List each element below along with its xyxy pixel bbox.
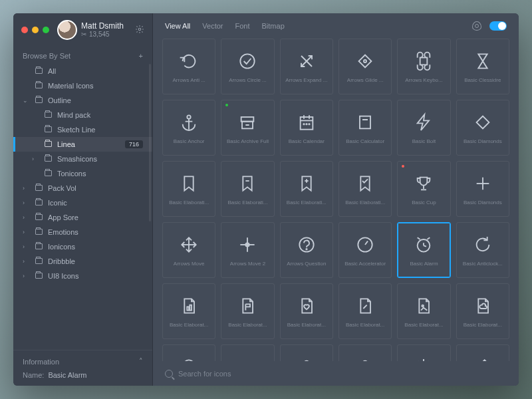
search-input[interactable]: Search for icons — [178, 370, 231, 378]
archive-icon — [237, 112, 258, 133]
icon-cell-check-circle[interactable]: Arrows Circle ... — [221, 39, 274, 94]
icon-cell-move[interactable]: Arrows Move — [162, 222, 215, 278]
sidebar-item-pack-vol[interactable]: ›Pack Vol — [13, 181, 152, 196]
folder-icon — [35, 257, 43, 265]
sidebar-item-tonicons[interactable]: Tonicons — [13, 166, 152, 181]
icon-cell-anticlock[interactable]: Basic Anticlock... — [456, 222, 509, 278]
icon-cell-lock-open[interactable]: Basic Lock Open — [338, 344, 392, 361]
folder-icon — [44, 140, 52, 148]
sidebar-item-ui8-icons[interactable]: ›UI8 Icons — [13, 269, 152, 283]
chevron-icon: › — [23, 229, 29, 235]
sidebar-item-outline[interactable]: ⌄Outline — [13, 93, 152, 108]
sidebar-item-label: Ionicons — [48, 243, 75, 251]
icon-cell-calendar[interactable]: Basic Calendar — [280, 100, 333, 156]
tab-bitmap[interactable]: Bitmap — [262, 22, 285, 30]
doc-image-icon — [413, 295, 434, 317]
icon-cell-doc-pencil[interactable]: Basic Elaborat... — [338, 283, 392, 339]
icon-cell-bookmark-plus[interactable]: Basic Elaborati... — [280, 161, 333, 217]
icon-cell-anchor[interactable]: Basic Anchor — [162, 100, 215, 156]
info-title: Information — [23, 358, 59, 366]
question-icon — [296, 234, 317, 255]
icon-cell-bookmark-minus[interactable]: Basic Elaborati... — [221, 161, 274, 217]
section-browse: Browse By Set + — [13, 45, 152, 64]
close-icon[interactable] — [21, 27, 28, 33]
icon-cell-bulb[interactable]: Basic Lightbulb — [221, 344, 274, 361]
svg-point-0 — [138, 28, 141, 31]
icon-cell-plus[interactable]: Basic Diamonds — [456, 161, 509, 217]
chevron-icon: › — [23, 214, 29, 221]
icon-cell-move2[interactable]: Arrows Move 2 — [221, 222, 274, 278]
minimize-icon[interactable] — [32, 27, 39, 33]
bookmark-icon — [178, 173, 200, 194]
sidebar-item-all[interactable]: All — [13, 64, 152, 78]
icon-cell-hourglass[interactable]: Basic Clessidre — [456, 39, 509, 94]
icon-label: Basic Calculator — [346, 138, 384, 144]
lock-icon — [296, 356, 317, 362]
icon-cell-doc-heart[interactable]: Basic Elaborat... — [280, 283, 333, 339]
tab-view-all[interactable]: View All — [165, 22, 190, 30]
icon-cell-archive[interactable]: Basic Archive Full — [221, 100, 274, 156]
chevron-up-icon[interactable]: ˄ — [139, 357, 143, 366]
sidebar-item-smashicons[interactable]: ›Smashicons — [13, 152, 152, 166]
sidebar-item-emotions[interactable]: ›Emotions — [13, 225, 152, 239]
icon-label: Basic Elaborat... — [287, 322, 326, 328]
icon-cell-alarm[interactable]: Basic Alarm — [397, 222, 450, 278]
icon-cell-calculator[interactable]: Basic Calculator — [338, 100, 392, 156]
icon-cell-bookmark[interactable]: Basic Elaborati... — [162, 161, 215, 217]
tab-font[interactable]: Font — [235, 22, 250, 30]
maximize-icon[interactable] — [43, 27, 49, 33]
svg-point-6 — [187, 115, 190, 118]
sidebar-item-label: Tonicons — [57, 170, 86, 178]
sidebar-item-label: Sketch Line — [57, 126, 95, 134]
icon-label: Basic Elaborati... — [345, 200, 385, 205]
icon-cell-bookmark-check[interactable]: Basic Elaborati... — [338, 161, 392, 217]
sidebar-item-ionicons[interactable]: ›Ionicons — [13, 239, 152, 254]
icon-cell-expand[interactable]: Arrows Expand ... — [280, 39, 333, 94]
icon-label: Arrows Circle ... — [229, 77, 266, 83]
icon-cell-doc-image[interactable]: Basic Elaborat... — [397, 283, 450, 339]
sidebar-item-sketch-line[interactable]: Sketch Line — [13, 122, 152, 137]
doc-flag-icon — [237, 295, 258, 317]
icon-cell-doc-flag[interactable]: Basic Elaborat... — [221, 283, 274, 339]
icon-cell-question[interactable]: Arrows Question — [280, 222, 333, 278]
sidebar-item-app-sore[interactable]: ›App Sore — [13, 210, 152, 225]
avatar[interactable] — [57, 20, 77, 40]
visibility-icon[interactable] — [472, 21, 481, 31]
move2-icon — [237, 234, 258, 255]
icon-cell-diamond[interactable]: Basic Diamonds — [456, 100, 509, 156]
status-dot — [225, 104, 228, 106]
sidebar-item-mind-pack[interactable]: Mind pack — [13, 108, 152, 122]
icon-cell-gauge[interactable]: Basic Accelerator — [338, 222, 392, 278]
gear-icon[interactable] — [135, 25, 144, 35]
icon-label: Arrows Move — [174, 261, 205, 267]
bolt-icon — [413, 112, 434, 133]
icon-cell-command[interactable]: Arrows Keybo... — [397, 39, 450, 94]
icon-cell-geo[interactable]: Basic Geoloc... — [162, 344, 215, 361]
icon-cell-ruler[interactable]: Basic Pencil... — [456, 344, 509, 361]
svg-point-1 — [241, 54, 255, 68]
sidebar-item-label: All — [48, 67, 56, 75]
icon-label: Basic Elaborat... — [228, 322, 267, 328]
sidebar-item-iconic[interactable]: ›Iconic — [13, 196, 152, 210]
icon-cell-gear[interactable]: Basic Gear — [397, 344, 450, 361]
tab-vector[interactable]: Vector — [202, 22, 223, 30]
doc-pencil-icon — [354, 295, 376, 317]
icon-cell-lock[interactable]: Basic Lock — [280, 344, 333, 361]
icon-cell-refresh[interactable]: Arrows Anti ... — [162, 39, 215, 94]
icon-cell-doc-cloud[interactable]: Basic Elaborat... — [456, 283, 509, 339]
icon-cell-bolt[interactable]: Basic Bolt — [397, 100, 450, 156]
theme-toggle[interactable] — [489, 21, 507, 31]
hourglass-icon — [472, 51, 493, 72]
sidebar-item-material-icons[interactable]: Material Icons — [13, 78, 152, 93]
icon-cell-trophy[interactable]: Basic Cup — [397, 161, 450, 217]
diamond-icon — [472, 112, 493, 133]
svg-point-39 — [306, 249, 307, 249]
doc-cloud-icon — [472, 295, 493, 317]
sidebar-item-linea[interactable]: Linea716 — [13, 137, 152, 152]
sidebar-item-dribbble[interactable]: ›Dribbble — [13, 254, 152, 269]
icon-cell-diamond-dot[interactable]: Arrows Glide ... — [338, 39, 392, 94]
sidebar-item-label: Linea — [57, 140, 75, 148]
icon-cell-doc-chart[interactable]: Basic Elaborat... — [162, 283, 215, 339]
add-set-icon[interactable]: + — [139, 52, 143, 60]
icon-label: Basic Archive Full — [227, 138, 269, 144]
